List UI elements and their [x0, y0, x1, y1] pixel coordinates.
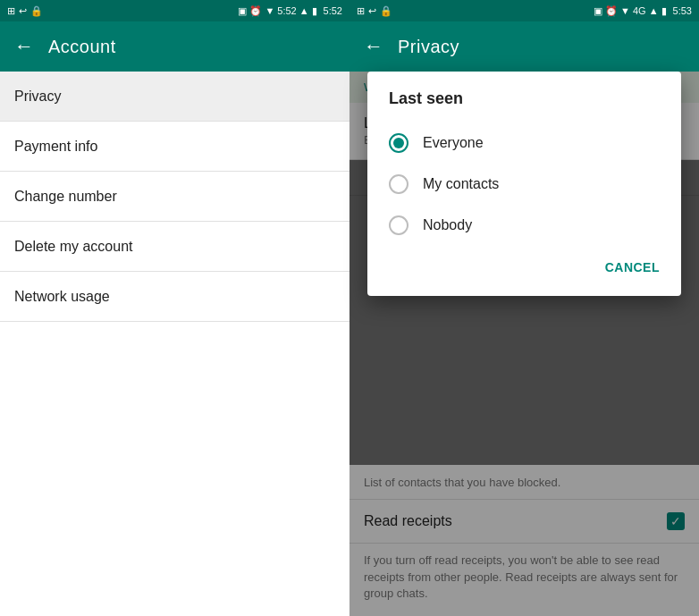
r-battery-icon: ▮	[661, 5, 667, 17]
payment-label: Payment info	[14, 139, 97, 155]
menu-item-network-usage[interactable]: Network usage	[0, 272, 350, 322]
r-time: 5:53	[673, 5, 692, 16]
r-alarm-icon: ⏰	[605, 5, 618, 17]
lock-icon: 🔒	[30, 5, 43, 17]
radio-circle-everyone	[389, 133, 408, 153]
left-app-title: Account	[48, 37, 116, 57]
menu-item-delete-account[interactable]: Delete my account	[0, 222, 350, 272]
radio-my-contacts[interactable]: My contacts	[367, 164, 681, 205]
right-app-bar: ← Privacy	[350, 21, 699, 72]
radio-everyone[interactable]: Everyone	[367, 122, 681, 164]
left-status-bar: ⊞ ↩ 🔒 ▣ ⏰ ▼ 5:52 ▲ ▮ 5:52	[0, 0, 350, 21]
alarm-icon: ⏰	[249, 5, 262, 17]
right-status-bar: ⊞ ↩ 🔒 ▣ ⏰ ▼ 4G ▲ ▮ 5:53	[350, 0, 699, 21]
back-button-right[interactable]: ←	[364, 35, 383, 58]
back-icon-status: ↩	[19, 5, 27, 17]
network-4g: 5:52	[277, 5, 296, 16]
radio-circle-nobody	[389, 215, 408, 235]
account-menu-list: Privacy Payment info Change number Delet…	[0, 72, 350, 616]
r-back-icon-status: ↩	[368, 5, 376, 17]
radio-label-nobody: Nobody	[423, 217, 472, 233]
last-seen-dialog: Last seen Everyone My contacts Nobody CA…	[367, 72, 681, 296]
radio-label-contacts: My contacts	[423, 176, 499, 192]
r-screenshot-icon: ⊞	[357, 5, 365, 17]
right-status-icons-left: ⊞ ↩ 🔒	[357, 5, 392, 17]
radio-nobody[interactable]: Nobody	[367, 205, 681, 246]
r-signal-icon: ▲	[649, 5, 659, 16]
back-button-left[interactable]: ←	[14, 35, 34, 58]
time-left: 5:52	[324, 5, 342, 16]
r-4g-icon: 4G	[633, 5, 646, 16]
dialog-title: Last seen	[367, 89, 681, 122]
menu-item-change-number[interactable]: Change number	[0, 172, 350, 222]
cancel-button[interactable]: CANCEL	[598, 253, 667, 282]
right-panel: ⊞ ↩ 🔒 ▣ ⏰ ▼ 4G ▲ ▮ 5:53 ← Privacy Who ca…	[350, 0, 699, 616]
menu-item-payment[interactable]: Payment info	[0, 122, 350, 172]
radio-inner-everyone	[393, 138, 404, 148]
left-status-icons: ⊞ ↩ 🔒	[7, 5, 43, 17]
screenshot-icon: ⊞	[7, 5, 15, 17]
r-lock-icon: 🔒	[380, 5, 392, 17]
right-status-icons-right: ▣ ⏰ ▼ 4G ▲ ▮ 5:53	[594, 5, 692, 17]
network-usage-label: Network usage	[14, 289, 110, 305]
menu-item-privacy[interactable]: Privacy	[0, 72, 350, 122]
change-number-label: Change number	[14, 189, 117, 205]
battery-icon: ▮	[312, 5, 317, 17]
privacy-label: Privacy	[14, 89, 61, 105]
left-app-bar: ← Account	[0, 21, 350, 72]
right-app-title: Privacy	[398, 37, 459, 57]
delete-account-label: Delete my account	[14, 239, 133, 255]
dialog-actions: CANCEL	[367, 246, 681, 289]
wifi-icon: ▼	[265, 5, 274, 16]
signal-icon: ▲	[299, 5, 309, 16]
radio-circle-contacts	[389, 174, 408, 194]
sim-icon: ▣	[238, 5, 247, 17]
r-wifi-icon: ▼	[620, 5, 630, 16]
radio-label-everyone: Everyone	[423, 135, 484, 151]
privacy-content: Who can see my personal info Last seen E…	[350, 72, 699, 616]
left-panel: ⊞ ↩ 🔒 ▣ ⏰ ▼ 5:52 ▲ ▮ 5:52 ← Account Priv…	[0, 0, 350, 616]
r-sim-icon: ▣	[594, 5, 602, 17]
left-status-right: ▣ ⏰ ▼ 5:52 ▲ ▮ 5:52	[238, 5, 342, 17]
